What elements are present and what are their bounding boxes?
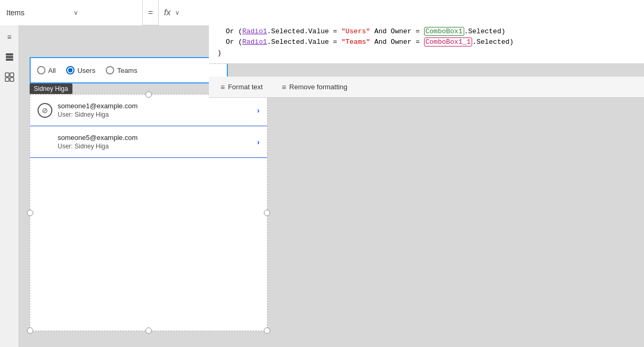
canvas-area: All Users Teams Sidney Higa ⊘ someone1@e… — [19, 25, 644, 347]
svg-rect-1 — [6, 56, 13, 58]
radio-circle-users — [66, 66, 75, 74]
left-sidebar: ≡ — [0, 25, 19, 347]
resize-handle-middle-right[interactable] — [264, 210, 270, 216]
remove-formatting-icon: ≡ — [282, 83, 286, 91]
gallery-item-empty — [30, 158, 267, 290]
property-label: Items — [6, 8, 69, 17]
sidebar-icon-components[interactable] — [3, 71, 16, 83]
gallery-item[interactable]: someone5@example.com User: Sidney Higa › — [30, 126, 267, 158]
sidebar-icon-layers[interactable] — [3, 51, 16, 63]
svg-rect-4 — [10, 73, 14, 77]
format-text-label: Format text — [228, 83, 263, 91]
remove-formatting-label: Remove formatting — [289, 83, 347, 91]
radio-option-users[interactable]: Users — [66, 66, 95, 74]
resize-handle-top[interactable] — [145, 91, 152, 98]
gallery-item-user-2: User: Sidney Higa — [58, 143, 257, 150]
top-toolbar: Items ∨ = fx ∨ — [0, 0, 644, 25]
control-tooltip: Sidney Higa — [30, 83, 72, 94]
equals-sign: = — [143, 0, 159, 25]
formula-line-3: Or (Radio1.Selected.Value = "Users" And … — [217, 26, 636, 37]
formula-bar[interactable]: fx ∨ — [159, 0, 644, 25]
svg-rect-0 — [6, 53, 13, 55]
gallery-item-text-2: someone5@example.com User: Sidney Higa — [38, 134, 257, 150]
resize-handle-bottom-right[interactable] — [264, 327, 270, 334]
gallery-list[interactable]: ⊘ someone1@example.com User: Sidney Higa… — [30, 94, 268, 331]
svg-rect-2 — [6, 59, 13, 61]
resize-handle-bottom-center[interactable] — [145, 327, 152, 334]
gallery-item-text-1: someone1@example.com User: Sidney Higa — [58, 102, 257, 118]
gallery-item-arrow-2[interactable]: › — [257, 138, 260, 146]
gallery-item-email-2: someone5@example.com — [58, 134, 257, 142]
radio-label-teams: Teams — [117, 67, 137, 74]
radio-label-users: Users — [77, 67, 95, 74]
radio-label-all: All — [48, 67, 56, 74]
gallery-item-icon-1: ⊘ — [38, 103, 52, 118]
property-dropdown[interactable]: Items ∨ — [0, 0, 143, 25]
radio-group-control[interactable]: All Users Teams — [30, 57, 228, 83]
resize-handle-bottom-left[interactable] — [27, 327, 33, 334]
svg-rect-6 — [10, 78, 14, 81]
svg-rect-3 — [5, 73, 9, 77]
formula-icon: fx — [164, 8, 170, 17]
formula-line-4: Or (Radio1.Selected.Value = "Teams" And … — [217, 37, 636, 48]
radio-circle-all — [37, 66, 45, 74]
resize-handle-middle-left[interactable] — [27, 210, 33, 216]
chevron-down-icon: ∨ — [73, 9, 136, 16]
format-text-icon: ≡ — [220, 83, 225, 91]
formula-line-5: ) — [217, 48, 636, 59]
gallery-item-email-1: someone1@example.com — [58, 102, 257, 110]
remove-formatting-button[interactable]: ≡ Remove formatting — [279, 81, 351, 93]
radio-option-all[interactable]: All — [37, 66, 56, 74]
radio-circle-teams — [106, 66, 114, 74]
format-text-button[interactable]: ≡ Format text — [217, 81, 266, 93]
radio-option-teams[interactable]: Teams — [106, 66, 137, 74]
svg-rect-5 — [5, 78, 9, 81]
gallery-item-user-1: User: Sidney Higa — [58, 111, 257, 118]
formula-expand-icon[interactable]: ∨ — [175, 9, 180, 16]
format-toolbar: ≡ Format text ≡ Remove formatting — [209, 77, 644, 98]
gallery-item-arrow-1[interactable]: › — [257, 106, 260, 115]
gallery-item[interactable]: ⊘ someone1@example.com User: Sidney Higa… — [30, 95, 267, 126]
sidebar-icon-menu[interactable]: ≡ — [3, 31, 16, 43]
